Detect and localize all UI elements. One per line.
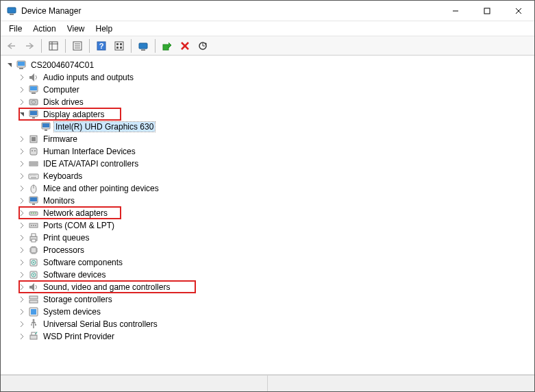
tree-node-label[interactable]: Display adapters — [42, 110, 105, 119]
tree-node-label[interactable]: Storage controllers — [42, 295, 114, 304]
expand-icon[interactable] — [17, 233, 27, 243]
svg-rect-37 — [32, 117, 35, 119]
expand-icon[interactable] — [17, 208, 27, 218]
action-center-button[interactable] — [111, 38, 127, 53]
tree-node-label[interactable]: Human Interface Devices — [42, 147, 137, 156]
expand-icon[interactable] — [17, 147, 27, 156]
tree-node-label[interactable]: Keyboards — [42, 171, 84, 181]
tree-node-label[interactable]: Sound, video and game controllers — [42, 282, 171, 292]
uninstall-button[interactable] — [177, 38, 193, 53]
help-button[interactable]: ? — [93, 38, 110, 53]
expand-icon[interactable] — [17, 184, 27, 193]
enable-device-button[interactable] — [159, 38, 175, 53]
expand-icon[interactable] — [17, 332, 27, 341]
tree-node-label[interactable]: Mice and other pointing devices — [42, 184, 160, 193]
tree-node[interactable]: Ports (COM & LPT) — [5, 219, 534, 232]
menu-file[interactable]: File — [3, 23, 27, 35]
show-hide-tree-button[interactable] — [45, 38, 62, 53]
tree-node[interactable]: Intel(R) UHD Graphics 630 — [5, 121, 534, 133]
tree-node[interactable]: Display adapters — [5, 108, 534, 121]
tree-node-label[interactable]: Print queues — [42, 233, 90, 243]
tree-node[interactable]: Processors — [5, 244, 534, 256]
tree-node[interactable]: Monitors — [5, 195, 534, 207]
expand-icon[interactable] — [17, 97, 27, 107]
tree-node-label[interactable]: Computer — [42, 85, 81, 95]
expand-icon[interactable] — [17, 196, 27, 206]
minimize-button[interactable] — [440, 1, 471, 21]
update-driver-button[interactable] — [135, 38, 151, 53]
tree-node[interactable]: System devices — [5, 306, 534, 318]
expand-icon[interactable] — [17, 258, 27, 267]
tree-node[interactable]: Firmware — [5, 133, 534, 145]
forward-button[interactable] — [21, 38, 38, 53]
svg-rect-6 — [49, 42, 58, 50]
tree-node-label[interactable]: CS20046074C01 — [29, 60, 95, 70]
tree-node-label[interactable]: WSD Print Provider — [42, 332, 116, 341]
expand-icon[interactable] — [17, 295, 27, 304]
svg-rect-36 — [30, 111, 37, 115]
tree-node[interactable]: Print queues — [5, 232, 534, 244]
tree-node-label[interactable]: Disk drives — [42, 97, 85, 107]
tree-node-label[interactable]: Firmware — [42, 134, 79, 144]
tree-node[interactable]: Sound, video and game controllers — [5, 281, 534, 293]
svg-rect-22 — [163, 45, 169, 50]
system-icon — [28, 306, 39, 317]
tree-node[interactable]: Disk drives — [5, 96, 534, 108]
tree-node-label[interactable]: Audio inputs and outputs — [42, 73, 135, 82]
tree-node[interactable]: Network adapters — [5, 207, 534, 219]
svg-rect-28 — [19, 68, 23, 69]
device-tree-content[interactable]: CS20046074C01Audio inputs and outputsCom… — [1, 56, 534, 375]
expand-icon — [29, 122, 39, 132]
printer-icon — [28, 232, 39, 243]
status-pane-left — [1, 376, 268, 391]
tree-node-label[interactable]: Ports (COM & LPT) — [42, 221, 116, 230]
tree-node-label[interactable]: Monitors — [42, 196, 76, 206]
tree-node-label[interactable]: Network adapters — [42, 208, 109, 218]
scan-hardware-button[interactable] — [195, 38, 211, 53]
svg-rect-3 — [484, 8, 490, 14]
expand-icon[interactable] — [17, 270, 27, 280]
svg-rect-31 — [32, 93, 36, 94]
tree-node-label[interactable]: Software devices — [42, 270, 107, 280]
expand-icon[interactable] — [17, 221, 27, 230]
tree-node[interactable]: Audio inputs and outputs — [5, 71, 534, 84]
tree-node-label[interactable]: Intel(R) UHD Graphics 630 — [54, 122, 155, 132]
close-button[interactable] — [503, 1, 534, 21]
expand-icon[interactable] — [17, 85, 27, 95]
collapse-icon[interactable] — [17, 110, 27, 119]
menu-view[interactable]: View — [62, 23, 90, 35]
expand-icon[interactable] — [17, 171, 27, 181]
menu-help[interactable]: Help — [90, 23, 119, 35]
expand-icon[interactable] — [17, 282, 27, 292]
tree-node[interactable]: Keyboards — [5, 170, 534, 182]
collapse-icon[interactable] — [5, 60, 14, 70]
tree-node[interactable]: WSD Print Provider — [5, 330, 534, 343]
tree-node-label[interactable]: Universal Serial Bus controllers — [42, 319, 159, 329]
tree-node[interactable]: Storage controllers — [5, 293, 534, 306]
svg-point-67 — [33, 274, 34, 275]
tree-node-label[interactable]: IDE ATA/ATAPI controllers — [42, 159, 140, 169]
expand-icon[interactable] — [17, 307, 27, 317]
tree-node[interactable]: CS20046074C01 — [5, 59, 534, 71]
tree-node-label[interactable]: Processors — [42, 245, 86, 255]
expand-icon[interactable] — [17, 73, 27, 82]
expand-icon[interactable] — [17, 245, 27, 255]
tree-node[interactable]: Software components — [5, 256, 534, 269]
tree-node[interactable]: Computer — [5, 84, 534, 96]
tree-node-label[interactable]: System devices — [42, 307, 102, 317]
tree-node[interactable]: IDE ATA/ATAPI controllers — [5, 158, 534, 170]
app-icon — [6, 5, 17, 16]
tree-node[interactable]: Human Interface Devices — [5, 145, 534, 158]
properties-button[interactable] — [69, 38, 86, 53]
menu-action[interactable]: Action — [27, 23, 61, 35]
expand-icon[interactable] — [17, 319, 27, 329]
svg-rect-18 — [116, 47, 119, 49]
expand-icon[interactable] — [17, 159, 27, 169]
tree-node[interactable]: Software devices — [5, 269, 534, 281]
tree-node[interactable]: Mice and other pointing devices — [5, 182, 534, 195]
expand-icon[interactable] — [17, 134, 27, 144]
tree-node[interactable]: Universal Serial Bus controllers — [5, 318, 534, 330]
tree-node-label[interactable]: Software components — [42, 258, 124, 267]
maximize-button[interactable] — [471, 1, 503, 21]
back-button[interactable] — [3, 38, 20, 53]
